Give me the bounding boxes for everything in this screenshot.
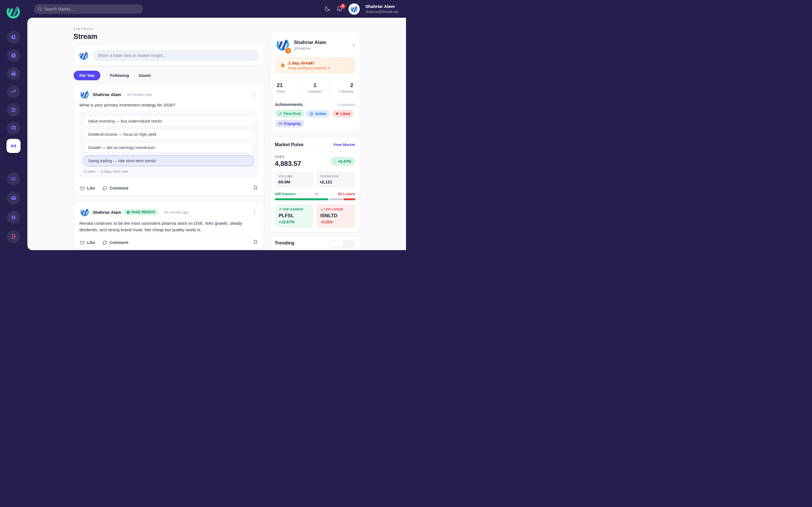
profile-handle: @shahriar [294, 46, 326, 50]
volume-label: VOLUME [278, 175, 310, 178]
comment-button[interactable]: Comment [102, 186, 129, 191]
composer-input[interactable] [93, 50, 259, 61]
post-card-text: Shahriar Alam Holds RENATA · 16 minutes … [73, 202, 264, 249]
up-right-arrow-icon: ↗ [279, 208, 282, 211]
poll-option[interactable]: Dividend income — focus on high yield [84, 129, 254, 140]
chevron-right-icon[interactable]: › [353, 42, 355, 48]
losers-count: 55 Losers [338, 192, 355, 196]
top-gainer-symbol: PLFSL [279, 213, 310, 219]
turnover-stat: TURNOVER ৳2,121 [316, 172, 355, 187]
poll-option[interactable]: Value investing — buy undervalued stocks [84, 116, 254, 126]
sidebar-item-portfolio[interactable] [7, 67, 20, 80]
bookmark-button[interactable] [253, 185, 258, 191]
avatar-logo [350, 5, 358, 13]
poll-option-selected[interactable]: Swing trading — ride short-term trends [84, 156, 254, 166]
poll-question: What is your primary investment strategy… [80, 103, 258, 107]
gainers-count: 249 Gainers [275, 192, 296, 196]
post-author[interactable]: Shahriar Alam [93, 92, 121, 97]
top-gainer-box[interactable]: ↗ TOP GAINER PLFSL +10.67% [275, 204, 314, 228]
post-author[interactable]: Shahriar Alam [93, 210, 121, 215]
composer-avatar [79, 50, 89, 61]
tab-saved[interactable]: Saved [139, 73, 151, 78]
top-loser-label: TOP LOSER [324, 208, 343, 211]
unchanged-count: 66 [296, 192, 338, 196]
comment-label: Comment [110, 240, 129, 245]
like-label: Like [87, 186, 95, 190]
profile-card: Shahriar Alam @shahriar › 1 day streak! … [270, 32, 360, 132]
bookmark-icon [253, 185, 258, 190]
settings-gear-icon [10, 214, 17, 221]
comment-icon [102, 240, 107, 245]
stat-posts: 21 Posts [275, 82, 302, 94]
badge-active[interactable]: Active [306, 110, 329, 117]
streak-fire-badge [285, 47, 292, 54]
sidebar-item-messages[interactable] [7, 191, 20, 205]
moon-icon [324, 6, 331, 12]
sidebar-item-community[interactable] [7, 172, 20, 185]
user-email: shahriar@fintrail.net [365, 10, 398, 14]
notification-count-badge: 6 [340, 4, 345, 9]
stat-followers: 1 Followers [301, 82, 328, 94]
user-menu[interactable]: Shahriar Alam shahriar@fintrail.net [365, 4, 398, 14]
top-loser-change: -4.25% [320, 220, 351, 224]
poll-option[interactable]: Growth — bet on earnings momentum [84, 142, 254, 153]
heart-icon [335, 112, 339, 115]
sidebar-item-stream[interactable] [6, 139, 20, 153]
right-column: Shahriar Alam @shahriar › 1 day streak! … [270, 27, 360, 250]
page-title: Stream [73, 33, 264, 41]
sidebar-item-history[interactable] [7, 49, 20, 62]
achievements-title: Achievements [275, 102, 303, 107]
dark-mode-toggle[interactable] [324, 6, 331, 12]
up-arrow-icon: ↑ [334, 159, 336, 164]
tab-for-you[interactable]: For You [73, 71, 100, 80]
trending-segmented-control[interactable] [329, 240, 355, 248]
like-button[interactable]: Like [80, 186, 95, 191]
stat-label: Posts [277, 90, 300, 94]
stat-value: 1 [303, 82, 326, 89]
streak-banner: 1 day streak! Keep posting to maintain i… [275, 57, 355, 73]
sidebar-item-settings[interactable] [7, 211, 20, 224]
top-loser-symbol: ISNLTD [320, 213, 351, 219]
comment-button[interactable]: Comment [102, 240, 129, 245]
user-avatar[interactable] [349, 3, 360, 15]
post-body: Renata continues to be the most consiste… [80, 220, 258, 233]
losers-segment [343, 198, 355, 200]
down-right-arrow-icon: ↘ [320, 208, 323, 211]
poll-votes: 0 votes [84, 169, 96, 173]
user-name: Shahriar Alam [365, 4, 398, 9]
notifications-button[interactable]: 6 [336, 6, 343, 12]
turnover-label: TURNOVER [320, 175, 352, 178]
achievement-badges: First Post Active [275, 110, 355, 127]
poll-closes: 4 days from now [101, 169, 128, 173]
stat-following: 2 Following [328, 82, 355, 94]
check-circle-icon [126, 210, 130, 214]
screener-sliders-icon [10, 107, 17, 113]
tab-following[interactable]: Following [110, 73, 129, 78]
sidebar-item-logout[interactable] [7, 230, 20, 243]
sidebar [0, 0, 28, 253]
badge-engaging[interactable]: Engaging [275, 120, 304, 127]
search-input[interactable] [45, 7, 139, 11]
like-label: Like [87, 240, 95, 245]
logout-icon [10, 233, 17, 240]
top-loser-box[interactable]: ↘ TOP LOSER ISNLTD -4.25% [316, 204, 355, 228]
sidebar-item-dashboard[interactable] [7, 31, 20, 44]
like-button[interactable]: Like [80, 240, 95, 245]
bookmark-button[interactable] [253, 239, 258, 245]
post-menu-button[interactable]: ⋮ [251, 209, 258, 215]
pie-chart-icon [10, 34, 17, 40]
badge-first-post[interactable]: First Post [275, 110, 304, 117]
sidebar-item-markets[interactable] [7, 86, 20, 98]
profile-header[interactable]: Shahriar Alam @shahriar › [275, 37, 355, 53]
post-timestamp: 16 minutes ago [127, 93, 152, 97]
index-label: DSEX [275, 155, 301, 159]
trending-card-partial: Trending [270, 236, 360, 250]
sidebar-item-screener[interactable] [7, 103, 20, 116]
view-market-link[interactable]: View Market [333, 143, 355, 147]
bookmark-icon [253, 239, 258, 244]
post-menu-button[interactable]: ⋮ [251, 92, 258, 98]
feed-column: FINTRAIL Stream For You Following Saved [73, 27, 264, 250]
badge-liked[interactable]: Liked [332, 110, 354, 117]
sidebar-item-news[interactable] [7, 121, 20, 134]
fintrail-logo [5, 4, 21, 20]
